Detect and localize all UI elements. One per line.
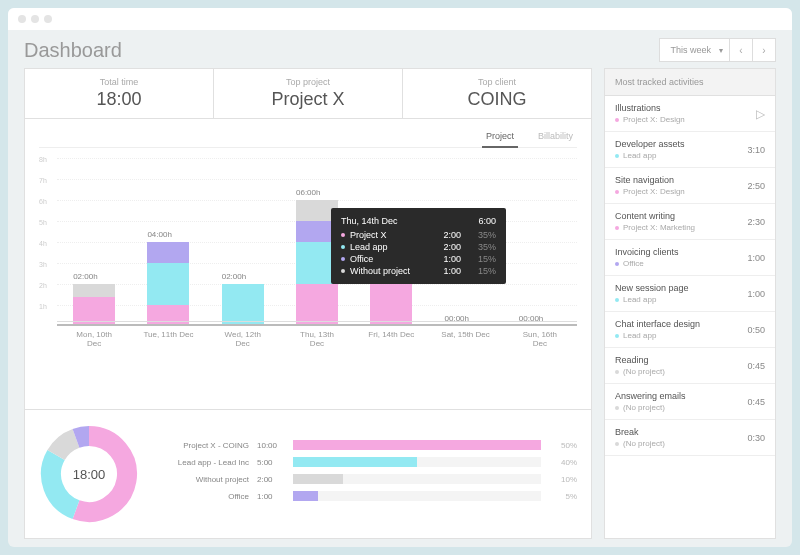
stat-total-time: Total time 18:00: [25, 69, 214, 118]
breakdown-bars: Project X - COING10:0050%Lead app - Lead…: [159, 440, 577, 508]
activity-item[interactable]: IllustrationsProject X: Design▷: [605, 96, 775, 132]
header: Dashboard This week ‹ ›: [24, 38, 776, 62]
activity-item[interactable]: Answering emails(No project)0:45: [605, 384, 775, 420]
tab-billability[interactable]: Billability: [534, 129, 577, 143]
breakdown-row: Office1:005%: [159, 491, 577, 501]
sidebar-title: Most tracked activities: [605, 69, 775, 96]
play-icon[interactable]: ▷: [756, 107, 765, 121]
page-title: Dashboard: [24, 39, 122, 62]
donut-total: 18:00: [73, 467, 106, 482]
window-titlebar: [8, 8, 792, 30]
period-select[interactable]: This week: [659, 38, 730, 62]
bar-day-2[interactable]: 02:00h: [218, 284, 268, 326]
activities-sidebar: Most tracked activities IllustrationsPro…: [604, 68, 776, 539]
window-min-icon[interactable]: [31, 15, 39, 23]
breakdown-row: Project X - COING10:0050%: [159, 440, 577, 450]
activity-item[interactable]: Reading(No project)0:45: [605, 348, 775, 384]
prev-button[interactable]: ‹: [729, 38, 753, 62]
tab-project[interactable]: Project: [482, 129, 518, 148]
stats-row: Total time 18:00 Top project Project X T…: [24, 68, 592, 119]
bar-day-1[interactable]: 04:00h: [143, 242, 193, 326]
next-button[interactable]: ›: [752, 38, 776, 62]
window-max-icon[interactable]: [44, 15, 52, 23]
bar-chart: 1h2h3h4h5h6h7h8h 02:00h04:00h02:00h06:00…: [39, 158, 577, 348]
activity-item[interactable]: New session pageLead app1:00: [605, 276, 775, 312]
chart-tabs: Project Billability: [39, 129, 577, 148]
breakdown-panel: 18:00 Project X - COING10:0050%Lead app …: [24, 410, 592, 539]
stat-top-project: Top project Project X: [214, 69, 403, 118]
breakdown-row: Lead app - Lead Inc5:0040%: [159, 457, 577, 467]
activity-item[interactable]: Chat interface designLead app0:50: [605, 312, 775, 348]
activity-item[interactable]: Break(No project)0:30: [605, 420, 775, 456]
donut-chart: 18:00: [39, 424, 139, 524]
activity-item[interactable]: Developer assetsLead app3:10: [605, 132, 775, 168]
activity-item[interactable]: Site navigationProject X: Design2:50: [605, 168, 775, 204]
bar-day-0[interactable]: 02:00h: [69, 284, 119, 326]
period-controls: This week ‹ ›: [659, 38, 776, 62]
breakdown-row: Without project2:0010%: [159, 474, 577, 484]
activity-item[interactable]: Invoicing clientsOffice1:00: [605, 240, 775, 276]
chart-tooltip: Thu, 14th Dec6:00Project X2:0035%Lead ap…: [331, 208, 506, 284]
window-close-icon[interactable]: [18, 15, 26, 23]
activity-item[interactable]: Content writingProject X: Marketing2:30: [605, 204, 775, 240]
stat-top-client: Top client COING: [403, 69, 591, 118]
main-panel: Total time 18:00 Top project Project X T…: [24, 68, 592, 539]
chart-panel: Project Billability 1h2h3h4h5h6h7h8h 02:…: [24, 119, 592, 410]
app-window: Dashboard This week ‹ › Total time 18:00…: [8, 8, 792, 547]
